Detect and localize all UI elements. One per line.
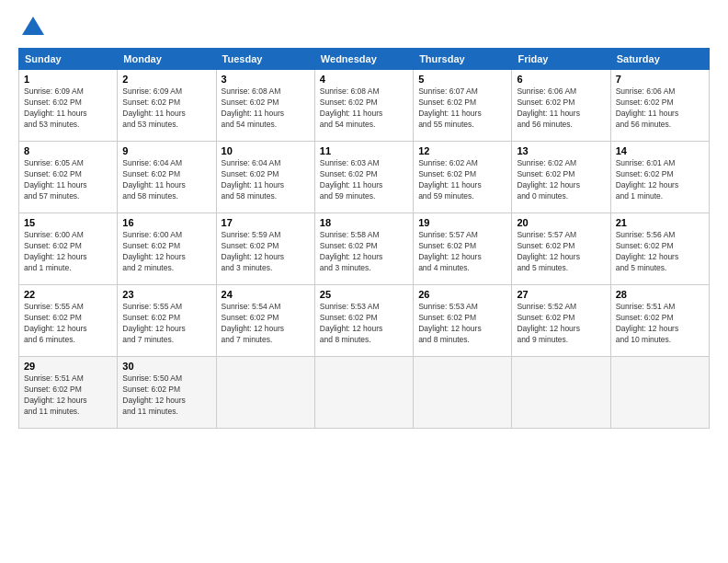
calendar-cell (610, 357, 709, 429)
day-info: Sunrise: 5:57 AMSunset: 6:02 PMDaylight:… (418, 230, 506, 274)
day-info: Sunrise: 5:57 AMSunset: 6:02 PMDaylight:… (517, 230, 605, 274)
calendar-cell: 12Sunrise: 6:02 AMSunset: 6:02 PMDayligh… (414, 142, 512, 213)
calendar-cell: 9Sunrise: 6:04 AMSunset: 6:02 PMDaylight… (118, 142, 216, 213)
header-tuesday: Tuesday (216, 49, 314, 70)
calendar-cell (314, 357, 413, 429)
calendar-week-2: 8Sunrise: 6:05 AMSunset: 6:02 PMDaylight… (19, 142, 710, 213)
calendar-page: SundayMondayTuesdayWednesdayThursdayFrid… (0, 0, 728, 563)
day-number: 27 (517, 289, 605, 300)
day-number: 16 (122, 217, 210, 228)
day-number: 20 (517, 217, 605, 228)
calendar-cell: 3Sunrise: 6:08 AMSunset: 6:02 PMDaylight… (216, 70, 314, 142)
day-number: 25 (320, 289, 408, 300)
day-info: Sunrise: 5:53 AMSunset: 6:02 PMDaylight:… (320, 302, 408, 346)
calendar-cell: 22Sunrise: 5:55 AMSunset: 6:02 PMDayligh… (19, 285, 118, 357)
calendar-cell: 14Sunrise: 6:01 AMSunset: 6:02 PMDayligh… (610, 142, 709, 213)
calendar-cell: 19Sunrise: 5:57 AMSunset: 6:02 PMDayligh… (414, 213, 512, 285)
calendar-cell: 27Sunrise: 5:52 AMSunset: 6:02 PMDayligh… (512, 285, 610, 357)
calendar-cell: 4Sunrise: 6:08 AMSunset: 6:02 PMDaylight… (314, 70, 413, 142)
calendar-cell: 23Sunrise: 5:55 AMSunset: 6:02 PMDayligh… (118, 285, 216, 357)
day-info: Sunrise: 5:50 AMSunset: 6:02 PMDaylight:… (122, 373, 210, 418)
day-number: 1 (24, 74, 112, 85)
calendar-cell (414, 357, 512, 429)
day-number: 2 (122, 74, 210, 85)
day-info: Sunrise: 6:07 AMSunset: 6:02 PMDaylight:… (418, 86, 506, 131)
logo-icon (20, 15, 46, 40)
calendar-cell: 21Sunrise: 5:56 AMSunset: 6:02 PMDayligh… (610, 213, 709, 285)
day-number: 6 (517, 74, 605, 85)
calendar-cell: 2Sunrise: 6:09 AMSunset: 6:02 PMDaylight… (118, 70, 216, 142)
header-wednesday: Wednesday (314, 49, 413, 70)
calendar-cell: 17Sunrise: 5:59 AMSunset: 6:02 PMDayligh… (216, 213, 314, 285)
day-info: Sunrise: 5:58 AMSunset: 6:02 PMDaylight:… (320, 230, 408, 274)
logo (18, 15, 46, 40)
day-number: 22 (24, 289, 112, 300)
day-info: Sunrise: 6:02 AMSunset: 6:02 PMDaylight:… (418, 158, 506, 202)
day-number: 18 (320, 217, 408, 228)
day-number: 17 (222, 217, 310, 228)
day-info: Sunrise: 6:03 AMSunset: 6:02 PMDaylight:… (320, 158, 408, 202)
day-info: Sunrise: 5:55 AMSunset: 6:02 PMDaylight:… (122, 302, 210, 346)
day-number: 28 (616, 289, 704, 300)
day-info: Sunrise: 6:04 AMSunset: 6:02 PMDaylight:… (122, 158, 210, 202)
day-info: Sunrise: 5:55 AMSunset: 6:02 PMDaylight:… (24, 302, 112, 346)
day-info: Sunrise: 6:08 AMSunset: 6:02 PMDaylight:… (222, 86, 310, 131)
header (18, 15, 710, 40)
day-info: Sunrise: 6:08 AMSunset: 6:02 PMDaylight:… (320, 86, 408, 131)
day-info: Sunrise: 6:06 AMSunset: 6:02 PMDaylight:… (616, 86, 704, 131)
calendar-cell: 28Sunrise: 5:51 AMSunset: 6:02 PMDayligh… (610, 285, 709, 357)
calendar-table: SundayMondayTuesdayWednesdayThursdayFrid… (18, 48, 710, 429)
day-info: Sunrise: 6:01 AMSunset: 6:02 PMDaylight:… (616, 158, 704, 202)
calendar-cell: 29Sunrise: 5:51 AMSunset: 6:02 PMDayligh… (19, 357, 118, 429)
day-number: 21 (616, 217, 704, 228)
day-info: Sunrise: 5:52 AMSunset: 6:02 PMDaylight:… (517, 302, 605, 346)
calendar-cell: 11Sunrise: 6:03 AMSunset: 6:02 PMDayligh… (314, 142, 413, 213)
calendar-week-1: 1Sunrise: 6:09 AMSunset: 6:02 PMDaylight… (19, 70, 710, 142)
calendar-cell: 24Sunrise: 5:54 AMSunset: 6:02 PMDayligh… (216, 285, 314, 357)
header-saturday: Saturday (610, 49, 709, 70)
svg-marker-0 (22, 17, 44, 35)
header-sunday: Sunday (19, 49, 118, 70)
calendar-cell (216, 357, 314, 429)
day-number: 3 (222, 74, 310, 85)
day-info: Sunrise: 6:09 AMSunset: 6:02 PMDaylight:… (24, 86, 112, 131)
calendar-week-5: 29Sunrise: 5:51 AMSunset: 6:02 PMDayligh… (19, 357, 710, 429)
day-info: Sunrise: 6:00 AMSunset: 6:02 PMDaylight:… (122, 230, 210, 274)
day-info: Sunrise: 5:54 AMSunset: 6:02 PMDaylight:… (222, 302, 310, 346)
header-friday: Friday (512, 49, 610, 70)
calendar-cell: 25Sunrise: 5:53 AMSunset: 6:02 PMDayligh… (314, 285, 413, 357)
day-number: 29 (24, 361, 112, 372)
calendar-cell: 5Sunrise: 6:07 AMSunset: 6:02 PMDaylight… (414, 70, 512, 142)
day-info: Sunrise: 6:05 AMSunset: 6:02 PMDaylight:… (24, 158, 112, 202)
day-number: 12 (418, 145, 506, 156)
header-thursday: Thursday (414, 49, 512, 70)
day-number: 26 (418, 289, 506, 300)
day-number: 30 (122, 361, 210, 372)
calendar-header-row: SundayMondayTuesdayWednesdayThursdayFrid… (19, 49, 710, 70)
day-number: 4 (320, 74, 408, 85)
day-number: 10 (222, 145, 310, 156)
calendar-cell: 15Sunrise: 6:00 AMSunset: 6:02 PMDayligh… (19, 213, 118, 285)
day-number: 24 (222, 289, 310, 300)
day-number: 8 (24, 145, 112, 156)
day-number: 7 (616, 74, 704, 85)
day-info: Sunrise: 5:51 AMSunset: 6:02 PMDaylight:… (616, 302, 704, 346)
day-number: 5 (418, 74, 506, 85)
calendar-cell: 26Sunrise: 5:53 AMSunset: 6:02 PMDayligh… (414, 285, 512, 357)
day-info: Sunrise: 6:04 AMSunset: 6:02 PMDaylight:… (222, 158, 310, 202)
day-info: Sunrise: 5:56 AMSunset: 6:02 PMDaylight:… (616, 230, 704, 274)
day-info: Sunrise: 5:53 AMSunset: 6:02 PMDaylight:… (418, 302, 506, 346)
calendar-cell: 18Sunrise: 5:58 AMSunset: 6:02 PMDayligh… (314, 213, 413, 285)
calendar-week-4: 22Sunrise: 5:55 AMSunset: 6:02 PMDayligh… (19, 285, 710, 357)
day-number: 13 (517, 145, 605, 156)
calendar-cell: 10Sunrise: 6:04 AMSunset: 6:02 PMDayligh… (216, 142, 314, 213)
day-number: 15 (24, 217, 112, 228)
day-info: Sunrise: 6:02 AMSunset: 6:02 PMDaylight:… (517, 158, 605, 202)
day-info: Sunrise: 6:09 AMSunset: 6:02 PMDaylight:… (122, 86, 210, 131)
calendar-cell: 7Sunrise: 6:06 AMSunset: 6:02 PMDaylight… (610, 70, 709, 142)
calendar-cell (512, 357, 610, 429)
calendar-cell: 13Sunrise: 6:02 AMSunset: 6:02 PMDayligh… (512, 142, 610, 213)
day-number: 19 (418, 217, 506, 228)
calendar-cell: 6Sunrise: 6:06 AMSunset: 6:02 PMDaylight… (512, 70, 610, 142)
calendar-cell: 8Sunrise: 6:05 AMSunset: 6:02 PMDaylight… (19, 142, 118, 213)
